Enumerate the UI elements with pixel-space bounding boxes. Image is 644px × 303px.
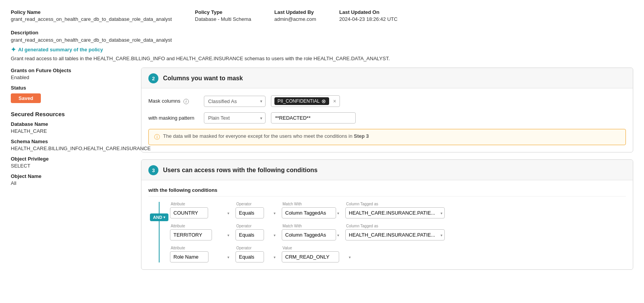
- plain-text-select-wrap[interactable]: Plain Text: [204, 112, 266, 124]
- country-tagged-label: Column Tagged as: [345, 202, 445, 206]
- condition-row-country: Attribute COUNTRY Operator: [170, 202, 626, 218]
- rolename-operator-select-wrap[interactable]: Equals: [235, 251, 278, 262]
- warning-icon: ⓘ: [154, 134, 160, 141]
- territory-operator-select-wrap[interactable]: Equals: [235, 229, 278, 240]
- step2-title: Columns you want to mask: [163, 75, 243, 82]
- tag-remove-icon[interactable]: ⊗: [321, 98, 326, 104]
- country-operator-select-wrap[interactable]: Equals: [235, 207, 278, 218]
- description-value: grant_read_access_on_health_care_db_to_d…: [11, 37, 633, 43]
- country-operator-select[interactable]: Equals: [235, 207, 264, 218]
- classified-as-select[interactable]: Classified As: [204, 96, 266, 107]
- rolename-value-label: Value: [282, 246, 353, 250]
- object-privilege-label: Object Privilege: [11, 156, 130, 162]
- territory-match-label: Match With: [282, 224, 341, 228]
- step2-header: 2 Columns you want to mask: [141, 68, 633, 88]
- step3-box: 3 Users can access rows with the followi…: [141, 159, 633, 270]
- header-row: Policy Name grant_read_access_on_health_…: [11, 9, 633, 22]
- territory-operator-select[interactable]: Equals: [235, 229, 264, 240]
- condition-row-territory: Attribute TERRITORY Operator: [170, 224, 626, 240]
- territory-match-select[interactable]: Column TaggedAs: [282, 229, 336, 240]
- last-updated-by-col: Last Updated By admin@acme.com: [274, 9, 316, 22]
- country-match-field: Match With Column TaggedAs: [282, 202, 341, 218]
- step3-title: Users can access rows with the following…: [163, 167, 318, 174]
- grants-value: Enabled: [11, 74, 130, 80]
- policy-type-value: Database - Multi Schema: [195, 16, 251, 22]
- rolename-operator-field: Operator Equals: [235, 246, 278, 262]
- rolename-attribute-select-wrap[interactable]: Role Name: [170, 251, 232, 262]
- rolename-value-select[interactable]: CRM_READ_ONLY: [282, 251, 339, 262]
- territory-tagged-select[interactable]: HEALTH_CARE.INSURANCE.PATIE...: [345, 229, 445, 240]
- territory-match-select-wrap[interactable]: Column TaggedAs: [282, 229, 341, 240]
- country-match-label: Match With: [282, 202, 341, 206]
- policy-type-col: Policy Type Database - Multi Schema: [195, 9, 251, 22]
- territory-tagged-field: Column Tagged as HEALTH_CARE.INSURANCE.P…: [345, 224, 445, 240]
- policy-name-label: Policy Name: [11, 9, 172, 15]
- last-updated-by-label: Last Updated By: [274, 9, 316, 15]
- territory-tagged-select-wrap[interactable]: HEALTH_CARE.INSURANCE.PATIE...: [345, 229, 445, 240]
- secured-resources-title: Secured Resources: [11, 111, 130, 117]
- and-badge[interactable]: AND ▾: [150, 213, 168, 221]
- ai-summary-text: Grant read access to all tables in the H…: [11, 56, 633, 61]
- masking-pattern-label: with masking pattern: [148, 115, 198, 121]
- pii-confidential-tag: PII_CONFIDENTIAL ⊗: [274, 97, 329, 105]
- connector-column: AND ▾: [148, 202, 170, 262]
- step3-body: with the following conditions AND ▾: [141, 180, 633, 269]
- rolename-attribute-label: Attribute: [170, 246, 232, 250]
- step3-circle: 3: [148, 165, 158, 175]
- mask-columns-label: Mask columns i: [148, 98, 198, 104]
- object-name-label: Object Name: [11, 173, 130, 179]
- last-updated-by-value: admin@acme.com: [274, 16, 316, 22]
- territory-attribute-label: Attribute: [170, 224, 232, 228]
- territory-attribute-select-wrap[interactable]: TERRITORY: [170, 229, 232, 240]
- connector-line: [159, 202, 160, 262]
- country-attribute-select[interactable]: COUNTRY: [170, 207, 208, 218]
- db-name-label: Database Name: [11, 121, 130, 127]
- country-tagged-select-wrap[interactable]: HEALTH_CARE.INSURANCE.PATIE...: [345, 207, 445, 218]
- rolename-attribute-select[interactable]: Role Name: [170, 251, 209, 262]
- warning-banner: ⓘ The data will be masked for everyone e…: [148, 129, 626, 145]
- step3-header: 3 Users can access rows with the followi…: [141, 160, 633, 180]
- country-attribute-select-wrap[interactable]: COUNTRY: [170, 207, 232, 218]
- classified-as-select-wrap[interactable]: Classified As: [204, 96, 266, 107]
- object-privilege-value: SELECT: [11, 163, 130, 169]
- territory-match-field: Match With Column TaggedAs: [282, 224, 341, 240]
- tag-label: PII_CONFIDENTIAL: [277, 98, 319, 104]
- description-section: Description grant_read_access_on_health_…: [11, 30, 633, 61]
- object-name-value: All: [11, 180, 130, 186]
- rolename-operator-select[interactable]: Equals: [235, 251, 264, 262]
- right-panel: 2 Columns you want to mask Mask columns …: [141, 68, 633, 277]
- redacted-input[interactable]: [271, 112, 356, 124]
- ai-summary-label: ✦ AI generated summary of the policy: [11, 46, 633, 53]
- conditions-rows: Attribute COUNTRY Operator: [170, 202, 626, 262]
- rolename-value-field: Value CRM_READ_ONLY: [282, 246, 353, 262]
- country-match-select[interactable]: Column TaggedAs: [282, 207, 336, 218]
- country-operator-field: Operator Equals: [235, 202, 278, 218]
- plain-text-select[interactable]: Plain Text: [204, 112, 266, 124]
- grants-label: Grants on Future Objects: [11, 68, 130, 73]
- country-operator-label: Operator: [235, 202, 278, 206]
- secured-resources-section: Secured Resources Database Name HEALTH_C…: [11, 111, 130, 186]
- step2-box: 2 Columns you want to mask Mask columns …: [141, 68, 633, 152]
- and-chevron-icon: ▾: [163, 215, 165, 219]
- country-tagged-select[interactable]: HEALTH_CARE.INSURANCE.PATIE...: [345, 207, 445, 218]
- last-updated-on-value: 2024-04-23 18:26:42 UTC: [339, 16, 397, 22]
- tag-clear-all-icon[interactable]: ×: [333, 98, 336, 104]
- policy-name-value: grant_read_access_on_health_care_db_to_d…: [11, 16, 172, 22]
- last-updated-on-label: Last Updated On: [339, 9, 397, 15]
- db-name-value: HEALTH_CARE: [11, 128, 130, 134]
- description-label: Description: [11, 30, 633, 36]
- country-match-select-wrap[interactable]: Column TaggedAs: [282, 207, 341, 218]
- last-updated-on-col: Last Updated On 2024-04-23 18:26:42 UTC: [339, 9, 397, 22]
- schema-names-label: Schema Names: [11, 139, 130, 144]
- conditions-body: AND ▾ Attribute COUNTRY: [148, 202, 626, 262]
- territory-operator-field: Operator Equals: [235, 224, 278, 240]
- warning-text: The data will be masked for everyone exc…: [163, 133, 369, 139]
- territory-attribute-select[interactable]: TERRITORY: [170, 229, 212, 240]
- policy-name-col: Policy Name grant_read_access_on_health_…: [11, 9, 172, 22]
- mask-columns-row: Mask columns i Classified As PII_CONFIDE…: [148, 95, 626, 107]
- rolename-operator-label: Operator: [235, 246, 278, 250]
- info-icon: i: [183, 99, 189, 104]
- policy-type-label: Policy Type: [195, 9, 251, 15]
- rolename-value-select-wrap[interactable]: CRM_READ_ONLY: [282, 251, 353, 262]
- status-section: Status Saved: [11, 85, 130, 103]
